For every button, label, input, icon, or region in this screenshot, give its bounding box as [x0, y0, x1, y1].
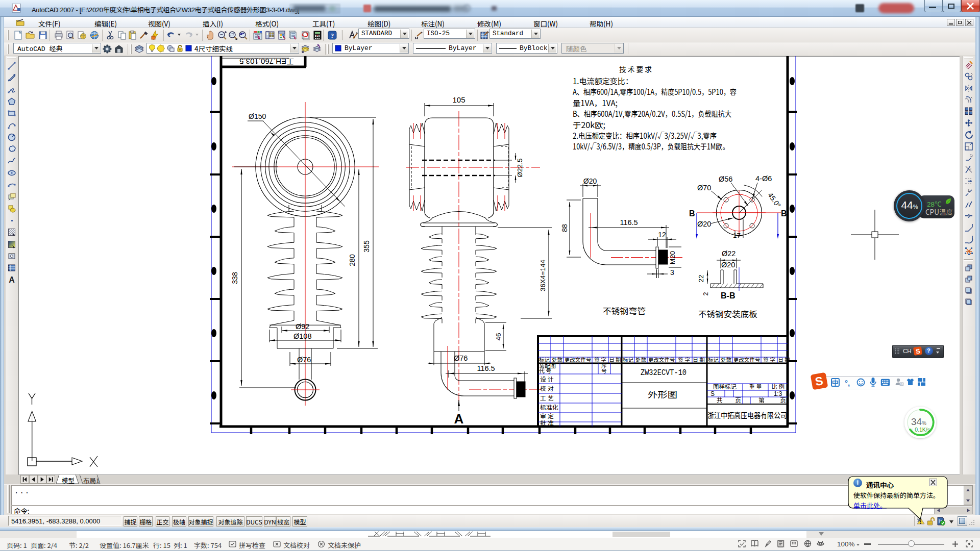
svg-text:A、相序600/1A,零序100/1A，精度5P10/0.5: A、相序600/1A,零序100/1A，精度5P10/0.5，5P10，容: [573, 86, 737, 97]
svg-text:Ø150: Ø150: [249, 112, 266, 120]
svg-text:标记: 标记: [708, 356, 719, 363]
svg-text:处数: 处数: [635, 356, 647, 363]
svg-text:签 字: 签 字: [763, 356, 775, 363]
svg-text:更改文件号: 更改文件号: [565, 356, 592, 363]
svg-text:比 例: 比 例: [771, 382, 785, 390]
svg-text:签 字: 签 字: [678, 356, 690, 363]
svg-text:B-B: B-B: [721, 291, 735, 300]
svg-text:量1VA，1VA;: 量1VA，1VA;: [573, 97, 618, 108]
svg-text:批 准: 批 准: [540, 418, 554, 427]
svg-text:2.电压额定变比：相序10kV/√3/3.25V/√3,零序: 2.电压额定变比：相序10kV/√3/3.25V/√3,零序: [573, 130, 717, 141]
svg-text:校 对: 校 对: [540, 384, 554, 392]
svg-text:338: 338: [231, 272, 239, 284]
svg-text:S: S: [710, 390, 715, 397]
svg-text:116.5: 116.5: [620, 218, 638, 227]
svg-text:不锈钢弯管: 不锈钢弯管: [603, 305, 646, 317]
svg-text:45.0°: 45.0°: [766, 191, 782, 209]
svg-text:Ø20: Ø20: [583, 177, 597, 185]
svg-text:重 量: 重 量: [749, 382, 762, 390]
svg-text:工 艺: 工 艺: [540, 393, 554, 402]
svg-text:Ø56: Ø56: [719, 175, 732, 183]
svg-text:↓ 0.1K/s: ↓ 0.1K/s: [911, 427, 930, 433]
svg-text:116.5: 116.5: [477, 364, 495, 372]
svg-text:B: B: [781, 209, 787, 218]
svg-text:Ø70: Ø70: [697, 184, 711, 192]
svg-text:于20k欧;: 于20k欧;: [573, 119, 605, 130]
svg-text:外形图: 外形图: [648, 388, 677, 400]
svg-text:第: 第: [758, 395, 765, 404]
svg-text:ZW32ECVT-10: ZW32ECVT-10: [641, 368, 687, 378]
svg-text:Ø20: Ø20: [721, 261, 735, 269]
svg-text:M20: M20: [669, 251, 676, 264]
svg-text:4-Ø6: 4-Ø6: [755, 174, 772, 183]
svg-text:页: 页: [735, 395, 741, 404]
svg-text:更改文件号: 更改文件号: [648, 356, 675, 363]
svg-text:不锈钢安装底板: 不锈钢安装底板: [698, 308, 757, 320]
svg-text:图样标记: 图样标记: [713, 382, 737, 390]
svg-text:浙江中拓高压电器有限公司: 浙江中拓高压电器有限公司: [707, 409, 787, 420]
svg-text:88: 88: [560, 224, 569, 232]
svg-text:2: 2: [702, 292, 709, 295]
svg-text:280: 280: [348, 254, 356, 266]
svg-text:22: 22: [697, 275, 705, 282]
svg-text:1.电流额定变比：: 1.电流额定变比：: [573, 75, 633, 86]
svg-text:页: 页: [780, 395, 786, 404]
svg-text:处数: 处数: [721, 356, 732, 363]
svg-text:17: 17: [733, 232, 741, 239]
svg-text:Ø76: Ø76: [454, 354, 468, 362]
svg-text:A: A: [454, 411, 464, 427]
svg-text:10kV/√3/6.5V/3，精度0.5/3P，负载阻抗大于: 10kV/√3/6.5V/3，精度0.5/3P，负载阻抗大于1M欧。: [573, 140, 729, 152]
svg-text:3: 3: [670, 268, 674, 277]
svg-text:号: 号: [601, 367, 607, 374]
svg-text:日 期: 日 期: [693, 356, 704, 363]
svg-text:B、相序600A/1V,零序20A/0.2V，0.5S/1，: B、相序600A/1V,零序20A/0.2V，0.5S/1，负载阻抗大: [573, 108, 731, 119]
svg-text:355: 355: [362, 240, 371, 253]
svg-text:Ø76: Ø76: [297, 356, 311, 364]
svg-text:12: 12: [658, 231, 666, 239]
svg-text:B: B: [689, 209, 695, 218]
svg-text:?: ?: [331, 32, 334, 39]
svg-text:105: 105: [452, 95, 465, 104]
svg-text:Ø20: Ø20: [697, 220, 711, 228]
svg-text:代 号: 代 号: [539, 366, 551, 374]
svg-text:日 期: 日 期: [609, 356, 621, 363]
svg-text:16: 16: [900, 383, 903, 386]
svg-text:46: 46: [495, 333, 502, 340]
svg-text:标记: 标记: [623, 356, 634, 363]
svg-text:Ø22.5: Ø22.5: [516, 159, 524, 178]
svg-text:更改文件号: 更改文件号: [733, 356, 761, 363]
svg-text:Ø108: Ø108: [293, 332, 311, 340]
svg-text:A: A: [9, 276, 15, 284]
svg-text:36X4=144: 36X4=144: [539, 260, 547, 291]
svg-text:工EH.760.103.5: 工EH.760.103.5: [239, 57, 294, 66]
svg-text:共: 共: [717, 395, 723, 404]
svg-text:设 计: 设 计: [540, 374, 554, 383]
svg-text:标准化: 标准化: [540, 403, 558, 411]
svg-text:Ø22: Ø22: [722, 249, 736, 258]
svg-text:Ø92: Ø92: [296, 322, 309, 331]
svg-text:技 术 要 求: 技 术 要 求: [619, 63, 652, 74]
svg-text:日 期: 日 期: [778, 356, 790, 363]
